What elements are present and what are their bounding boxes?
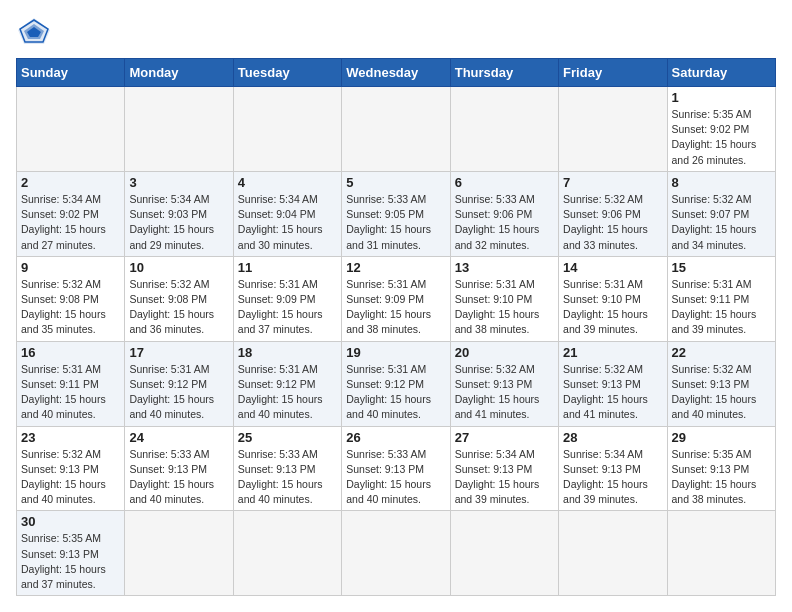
calendar-cell: 18Sunrise: 5:31 AM Sunset: 9:12 PM Dayli… xyxy=(233,341,341,426)
day-number: 25 xyxy=(238,430,337,445)
calendar-cell xyxy=(667,511,775,596)
calendar-cell: 13Sunrise: 5:31 AM Sunset: 9:10 PM Dayli… xyxy=(450,256,558,341)
weekday-header-friday: Friday xyxy=(559,59,667,87)
day-info: Sunrise: 5:32 AM Sunset: 9:13 PM Dayligh… xyxy=(672,362,771,423)
day-info: Sunrise: 5:31 AM Sunset: 9:10 PM Dayligh… xyxy=(563,277,662,338)
day-number: 14 xyxy=(563,260,662,275)
calendar-cell: 7Sunrise: 5:32 AM Sunset: 9:06 PM Daylig… xyxy=(559,171,667,256)
calendar-cell: 22Sunrise: 5:32 AM Sunset: 9:13 PM Dayli… xyxy=(667,341,775,426)
day-info: Sunrise: 5:34 AM Sunset: 9:13 PM Dayligh… xyxy=(563,447,662,508)
day-info: Sunrise: 5:35 AM Sunset: 9:13 PM Dayligh… xyxy=(21,531,120,592)
day-info: Sunrise: 5:33 AM Sunset: 9:13 PM Dayligh… xyxy=(346,447,445,508)
calendar-cell: 15Sunrise: 5:31 AM Sunset: 9:11 PM Dayli… xyxy=(667,256,775,341)
day-info: Sunrise: 5:31 AM Sunset: 9:09 PM Dayligh… xyxy=(238,277,337,338)
day-number: 20 xyxy=(455,345,554,360)
calendar-cell: 11Sunrise: 5:31 AM Sunset: 9:09 PM Dayli… xyxy=(233,256,341,341)
calendar-cell xyxy=(17,87,125,172)
weekday-header-saturday: Saturday xyxy=(667,59,775,87)
calendar-cell xyxy=(233,87,341,172)
day-info: Sunrise: 5:33 AM Sunset: 9:13 PM Dayligh… xyxy=(129,447,228,508)
calendar-cell: 28Sunrise: 5:34 AM Sunset: 9:13 PM Dayli… xyxy=(559,426,667,511)
calendar-cell: 30Sunrise: 5:35 AM Sunset: 9:13 PM Dayli… xyxy=(17,511,125,596)
calendar-cell xyxy=(450,511,558,596)
calendar-cell xyxy=(233,511,341,596)
day-info: Sunrise: 5:33 AM Sunset: 9:13 PM Dayligh… xyxy=(238,447,337,508)
calendar-cell: 17Sunrise: 5:31 AM Sunset: 9:12 PM Dayli… xyxy=(125,341,233,426)
generalblue-icon xyxy=(16,16,52,46)
day-number: 13 xyxy=(455,260,554,275)
weekday-header-wednesday: Wednesday xyxy=(342,59,450,87)
day-number: 17 xyxy=(129,345,228,360)
day-number: 8 xyxy=(672,175,771,190)
day-number: 10 xyxy=(129,260,228,275)
calendar-cell xyxy=(125,87,233,172)
weekday-header-thursday: Thursday xyxy=(450,59,558,87)
calendar-cell: 27Sunrise: 5:34 AM Sunset: 9:13 PM Dayli… xyxy=(450,426,558,511)
weekday-header-sunday: Sunday xyxy=(17,59,125,87)
weekday-header-tuesday: Tuesday xyxy=(233,59,341,87)
day-info: Sunrise: 5:34 AM Sunset: 9:03 PM Dayligh… xyxy=(129,192,228,253)
calendar-cell: 23Sunrise: 5:32 AM Sunset: 9:13 PM Dayli… xyxy=(17,426,125,511)
day-info: Sunrise: 5:32 AM Sunset: 9:13 PM Dayligh… xyxy=(21,447,120,508)
day-number: 18 xyxy=(238,345,337,360)
day-number: 1 xyxy=(672,90,771,105)
day-number: 29 xyxy=(672,430,771,445)
day-info: Sunrise: 5:32 AM Sunset: 9:13 PM Dayligh… xyxy=(563,362,662,423)
day-number: 12 xyxy=(346,260,445,275)
day-number: 19 xyxy=(346,345,445,360)
week-row-5: 23Sunrise: 5:32 AM Sunset: 9:13 PM Dayli… xyxy=(17,426,776,511)
calendar-cell: 5Sunrise: 5:33 AM Sunset: 9:05 PM Daylig… xyxy=(342,171,450,256)
day-info: Sunrise: 5:31 AM Sunset: 9:09 PM Dayligh… xyxy=(346,277,445,338)
calendar-cell xyxy=(559,511,667,596)
day-number: 11 xyxy=(238,260,337,275)
day-number: 26 xyxy=(346,430,445,445)
day-info: Sunrise: 5:35 AM Sunset: 9:13 PM Dayligh… xyxy=(672,447,771,508)
day-number: 28 xyxy=(563,430,662,445)
day-info: Sunrise: 5:32 AM Sunset: 9:06 PM Dayligh… xyxy=(563,192,662,253)
day-number: 5 xyxy=(346,175,445,190)
day-number: 23 xyxy=(21,430,120,445)
day-info: Sunrise: 5:34 AM Sunset: 9:04 PM Dayligh… xyxy=(238,192,337,253)
day-info: Sunrise: 5:31 AM Sunset: 9:11 PM Dayligh… xyxy=(21,362,120,423)
calendar-cell: 3Sunrise: 5:34 AM Sunset: 9:03 PM Daylig… xyxy=(125,171,233,256)
week-row-4: 16Sunrise: 5:31 AM Sunset: 9:11 PM Dayli… xyxy=(17,341,776,426)
day-info: Sunrise: 5:31 AM Sunset: 9:12 PM Dayligh… xyxy=(238,362,337,423)
calendar-cell: 16Sunrise: 5:31 AM Sunset: 9:11 PM Dayli… xyxy=(17,341,125,426)
day-info: Sunrise: 5:33 AM Sunset: 9:05 PM Dayligh… xyxy=(346,192,445,253)
calendar-cell: 2Sunrise: 5:34 AM Sunset: 9:02 PM Daylig… xyxy=(17,171,125,256)
week-row-1: 1Sunrise: 5:35 AM Sunset: 9:02 PM Daylig… xyxy=(17,87,776,172)
day-number: 27 xyxy=(455,430,554,445)
day-info: Sunrise: 5:31 AM Sunset: 9:11 PM Dayligh… xyxy=(672,277,771,338)
day-number: 16 xyxy=(21,345,120,360)
calendar-cell: 25Sunrise: 5:33 AM Sunset: 9:13 PM Dayli… xyxy=(233,426,341,511)
day-number: 24 xyxy=(129,430,228,445)
calendar-cell: 9Sunrise: 5:32 AM Sunset: 9:08 PM Daylig… xyxy=(17,256,125,341)
week-row-2: 2Sunrise: 5:34 AM Sunset: 9:02 PM Daylig… xyxy=(17,171,776,256)
day-number: 7 xyxy=(563,175,662,190)
day-info: Sunrise: 5:32 AM Sunset: 9:07 PM Dayligh… xyxy=(672,192,771,253)
calendar-cell: 19Sunrise: 5:31 AM Sunset: 9:12 PM Dayli… xyxy=(342,341,450,426)
week-row-3: 9Sunrise: 5:32 AM Sunset: 9:08 PM Daylig… xyxy=(17,256,776,341)
weekday-header-monday: Monday xyxy=(125,59,233,87)
calendar-cell: 14Sunrise: 5:31 AM Sunset: 9:10 PM Dayli… xyxy=(559,256,667,341)
day-info: Sunrise: 5:31 AM Sunset: 9:12 PM Dayligh… xyxy=(346,362,445,423)
calendar-cell: 1Sunrise: 5:35 AM Sunset: 9:02 PM Daylig… xyxy=(667,87,775,172)
day-number: 21 xyxy=(563,345,662,360)
calendar: SundayMondayTuesdayWednesdayThursdayFrid… xyxy=(16,58,776,596)
day-number: 9 xyxy=(21,260,120,275)
day-info: Sunrise: 5:32 AM Sunset: 9:08 PM Dayligh… xyxy=(21,277,120,338)
week-row-6: 30Sunrise: 5:35 AM Sunset: 9:13 PM Dayli… xyxy=(17,511,776,596)
calendar-cell: 12Sunrise: 5:31 AM Sunset: 9:09 PM Dayli… xyxy=(342,256,450,341)
day-number: 15 xyxy=(672,260,771,275)
calendar-cell xyxy=(342,87,450,172)
day-number: 30 xyxy=(21,514,120,529)
day-info: Sunrise: 5:32 AM Sunset: 9:13 PM Dayligh… xyxy=(455,362,554,423)
day-info: Sunrise: 5:34 AM Sunset: 9:02 PM Dayligh… xyxy=(21,192,120,253)
header xyxy=(16,16,776,46)
calendar-cell xyxy=(342,511,450,596)
calendar-cell: 24Sunrise: 5:33 AM Sunset: 9:13 PM Dayli… xyxy=(125,426,233,511)
day-info: Sunrise: 5:35 AM Sunset: 9:02 PM Dayligh… xyxy=(672,107,771,168)
calendar-cell: 8Sunrise: 5:32 AM Sunset: 9:07 PM Daylig… xyxy=(667,171,775,256)
day-number: 4 xyxy=(238,175,337,190)
logo xyxy=(16,16,58,46)
